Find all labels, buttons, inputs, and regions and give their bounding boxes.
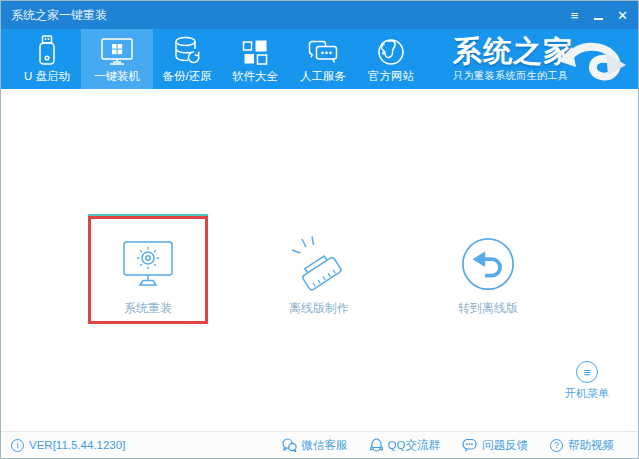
nav-item-software[interactable]: 软件大全 [221,29,289,89]
offline-plug-icon [259,235,379,293]
link-label: 问题反馈 [482,438,528,453]
status-bar: i VER[11.5.44.1230] 微信客服 [1,431,638,458]
boot-menu-icon: ≡ [576,361,598,383]
window-controls: ≡ ✕ [567,8,630,23]
database-restore-icon [173,34,201,66]
nav-item-support[interactable]: 人工服务 [289,29,357,89]
wechat-icon [282,438,297,452]
version-text: VER[11.5.44.1230] [29,439,125,451]
menu-icon[interactable]: ≡ [567,8,582,23]
nav-item-label: 官方网站 [368,69,414,84]
option-label: 系统重装 [91,300,205,317]
version-info[interactable]: i VER[11.5.44.1230] [11,439,125,452]
option-label: 离线版制作 [259,300,379,317]
link-label: 微信客服 [302,438,348,453]
boot-menu-button[interactable]: ≡ 开机菜单 [551,361,623,401]
chat-service-icon [308,34,339,66]
monitor-gear-icon [91,235,205,293]
nav-item-backup-restore[interactable]: 备份/还原 [153,29,221,89]
nav-item-one-click-install[interactable]: 一键装机 [81,29,153,89]
nav-item-label: 软件大全 [232,69,278,84]
option-label: 转到离线版 [428,300,548,317]
brand-name: 系统之家 [453,36,573,66]
link-wechat-support[interactable]: 微信客服 [282,438,348,453]
monitor-windows-icon [100,34,134,66]
link-label: QQ交流群 [388,438,440,453]
option-system-reinstall[interactable]: 系统重装 [88,216,208,324]
option-offline-maker[interactable]: 离线版制作 [259,216,379,324]
link-help-video[interactable]: ? 帮助视频 [550,438,614,453]
brand-swoosh-icon [556,39,628,87]
app-grid-icon [242,34,268,66]
nav-item-usb-boot[interactable]: U 盘启动 [13,29,81,89]
nav-item-label: 人工服务 [300,69,346,84]
usb-drive-icon [34,34,60,66]
titlebar: 系统之家一键重装 ≡ ✕ [1,1,638,29]
nav-item-website[interactable]: 官方网站 [357,29,425,89]
help-question-icon: ? [550,439,563,452]
minimize-icon [594,18,603,20]
qq-icon [370,438,383,452]
status-links: 微信客服 QQ交流群 [282,438,614,453]
app-window: 系统之家一键重装 ≡ ✕ U 盘启动 [0,0,639,459]
nav-item-label: 一键装机 [94,69,140,84]
link-qq-group[interactable]: QQ交流群 [370,438,440,453]
window-title: 系统之家一键重装 [11,7,107,24]
minimize-button[interactable] [591,8,606,23]
brand-tagline: 只为重装系统而生的工具 [453,69,573,83]
option-goto-offline[interactable]: 转到离线版 [428,216,548,324]
boot-menu-label: 开机菜单 [551,386,623,401]
nav-bar: U 盘启动 一键装机 [1,29,638,89]
link-label: 帮助视频 [568,438,614,453]
globe-icon [377,34,405,66]
back-arrow-circle-icon [428,235,548,293]
brand-logo: 系统之家 只为重装系统而生的工具 [453,36,573,83]
info-icon: i [11,439,24,452]
feedback-bubble-icon [462,438,477,452]
link-feedback[interactable]: 问题反馈 [462,438,528,453]
main-content: 系统重装 离线版制作 [1,89,638,431]
nav-item-label: 备份/还原 [162,69,211,84]
close-button[interactable]: ✕ [615,8,630,23]
nav-item-label: U 盘启动 [24,69,70,84]
